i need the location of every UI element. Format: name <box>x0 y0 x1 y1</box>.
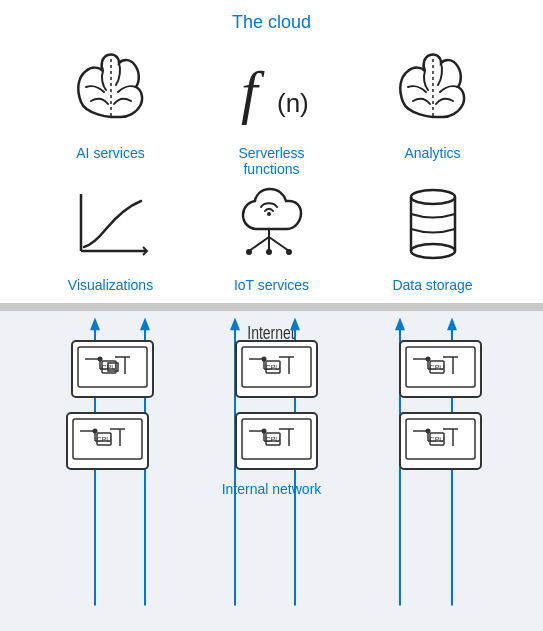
svg-point-11 <box>246 249 252 255</box>
internal-network-label: Internal network <box>0 481 543 505</box>
iot-services-item: IoT services <box>202 179 342 293</box>
analytics-label: Analytics <box>404 145 460 161</box>
svg-point-6 <box>267 212 271 216</box>
device-top-middle: CPU <box>234 339 319 399</box>
svg-text:CPU: CPU <box>96 436 111 443</box>
svg-text:CPU: CPU <box>266 436 281 443</box>
iot-services-label: IoT services <box>234 277 309 293</box>
left-device-group: CPU CPU <box>60 339 155 471</box>
right-device-group: CPU CPU <box>398 339 483 471</box>
device-bottom-left: CPU <box>65 411 150 471</box>
svg-point-14 <box>411 190 455 204</box>
device-bottom-middle: CPU <box>234 411 319 471</box>
svg-point-13 <box>286 249 292 255</box>
serverless-item: f (n) Serverless functions <box>202 47 342 177</box>
data-storage-item: Data storage <box>363 179 503 293</box>
ai-services-label: AI services <box>76 145 144 161</box>
svg-point-17 <box>411 244 455 258</box>
svg-text:f: f <box>241 59 265 125</box>
network-section: Internet <box>0 311 543 631</box>
database-icon <box>388 179 478 269</box>
main-layout: The cloud AI services <box>0 0 543 631</box>
svg-text:CPU: CPU <box>430 364 445 371</box>
svg-point-12 <box>266 249 272 255</box>
device-top-right: CPU <box>398 339 483 399</box>
cloud-row-2: Visualizations <box>0 179 543 303</box>
cloud-row-1: AI services f (n) Serverless functions <box>0 37 543 187</box>
devices-container: CPU CPU <box>0 311 543 481</box>
svg-text:CPU: CPU <box>430 436 445 443</box>
svg-text:(n): (n) <box>277 88 309 118</box>
cloud-title: The cloud <box>232 12 311 32</box>
section-divider <box>0 303 543 311</box>
serverless-label: Serverless functions <box>238 145 304 177</box>
iot-icon <box>227 179 317 269</box>
device-bottom-right: CPU <box>398 411 483 471</box>
function-icon: f (n) <box>227 47 317 137</box>
visualizations-item: Visualizations <box>41 179 181 293</box>
device-top-left: CPU <box>70 339 155 399</box>
svg-text:CPU: CPU <box>101 364 116 371</box>
ai-services-item: AI services <box>41 47 181 161</box>
cloud-section: The cloud AI services <box>0 0 543 303</box>
svg-text:CPU: CPU <box>266 364 281 371</box>
analytics-item: Analytics <box>363 47 503 161</box>
visualizations-label: Visualizations <box>68 277 153 293</box>
middle-device-group: CPU CPU <box>234 339 319 471</box>
svg-line-10 <box>269 237 289 251</box>
analytics-brain-icon <box>388 47 478 137</box>
brain-icon <box>66 47 156 137</box>
chart-icon <box>66 179 156 269</box>
data-storage-label: Data storage <box>392 277 472 293</box>
svg-line-8 <box>249 237 269 251</box>
